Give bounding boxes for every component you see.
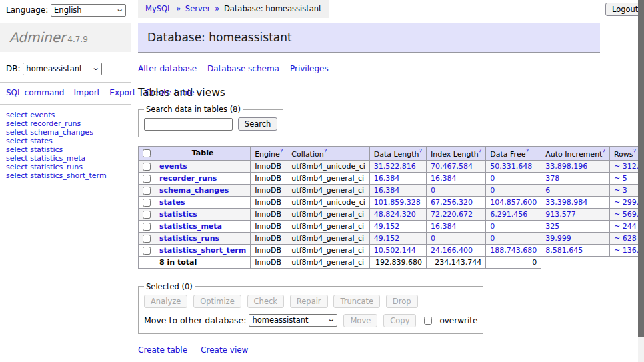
copy-button[interactable]: Copy [383,314,416,327]
scrollbar-thumb[interactable] [638,0,644,337]
row-checkbox[interactable] [143,175,151,183]
collation-help-link[interactable]: ? [324,148,327,155]
analyze-button[interactable]: Analyze [144,295,187,308]
data-free-cell[interactable]: 0 [486,220,541,232]
table-name-link[interactable]: recorder_runs [159,174,217,183]
table-name-link[interactable]: statistics [159,210,197,219]
overwrite-checkbox[interactable] [424,317,432,325]
row-checkbox[interactable] [143,187,151,195]
breadcrumb: MySQL » Server » Database: homeassistant [138,0,329,18]
data-free-cell[interactable]: 0 [486,172,541,184]
index-length-cell[interactable]: 72,220,672 [427,208,486,220]
repair-button[interactable]: Repair [290,295,328,308]
auto-increment-cell[interactable]: 378 [541,172,610,184]
table-name-link[interactable]: statistics_meta [159,222,222,231]
table-name-link[interactable]: statistics_runs [159,234,219,243]
sidebar-item-select-recorder-runs[interactable]: select recorder_runs [6,119,131,128]
row-checkbox[interactable] [143,235,151,243]
breadcrumb-separator: » [176,4,181,13]
data-length-cell[interactable]: 49,152 [369,220,426,232]
row-checkbox[interactable] [143,247,151,255]
row-checkbox[interactable] [143,223,151,231]
data-free-cell[interactable]: 0 [486,232,541,244]
data-free-cell[interactable]: 0 [486,184,541,196]
row-checkbox[interactable] [143,199,151,207]
auto-increment-cell[interactable]: 33,398,984 [541,196,610,208]
sidebar-item-select-statistics-runs[interactable]: select statistics_runs [6,163,131,171]
auto-increment-cell[interactable]: 33,898,196 [541,160,610,172]
data-free-cell[interactable]: 6,291,456 [486,208,541,220]
engine-help-link[interactable]: ? [280,148,283,155]
table-name-link[interactable]: states [159,198,185,207]
row-checkbox[interactable] [143,211,151,219]
row-checkbox[interactable] [143,163,151,171]
data-length-cell[interactable]: 16,384 [369,172,426,184]
database-schema-link[interactable]: Database schema [207,64,279,73]
table-name-link[interactable]: events [159,162,187,171]
data-free-cell[interactable]: 188,743,680 [486,244,541,256]
data-length-cell[interactable]: 16,384 [369,184,426,196]
data-free-cell[interactable]: 104,857,600 [486,196,541,208]
data-free-cell[interactable]: 50,331,648 [486,160,541,172]
index-length-help-link[interactable]: ? [479,148,482,155]
auto-increment-cell[interactable]: 8,581,645 [541,244,610,256]
sidebar-actions: SQL commandImportExportCreate table [0,83,131,104]
data-length-cell[interactable]: 10,502,144 [369,244,426,256]
auto-increment-cell[interactable]: 325 [541,220,610,232]
move-row: Move to other database: homeassistant Mo… [144,314,477,327]
db-select[interactable]: homeassistant [23,63,102,75]
sidebar: Language: English Adminer4.7.9 DB: homea… [0,0,131,362]
check-button[interactable]: Check [247,295,284,308]
index-length-cell[interactable]: 16,384 [427,220,486,232]
create-table-link[interactable]: Create table [138,345,187,355]
search-input[interactable] [144,118,233,131]
optimize-button[interactable]: Optimize [193,295,241,308]
move-label: Move to other database: [144,315,246,325]
privileges-link[interactable]: Privileges [290,64,329,73]
breadcrumb-mysql-link[interactable]: MySQL [145,4,172,13]
sidebar-item-select-statistics[interactable]: select statistics [6,145,131,154]
data-length-cell[interactable]: 49,152 [369,232,426,244]
sidebar-export-link[interactable]: Export [109,88,135,97]
search-button[interactable]: Search [238,117,278,131]
sidebar-import-link[interactable]: Import [73,88,100,97]
index-length-cell[interactable]: 70,467,584 [427,160,486,172]
data-length-cell[interactable]: 48,824,320 [369,208,426,220]
sidebar-item-select-schema-changes[interactable]: select schema_changes [6,128,131,137]
move-button[interactable]: Move [343,314,377,327]
sidebar-sql-command-link[interactable]: SQL command [6,88,64,97]
data-length-cell[interactable]: 31,522,816 [369,160,426,172]
db-row: DB: homeassistant [0,52,131,82]
sidebar-item-select-events[interactable]: select events [6,111,131,119]
truncate-button[interactable]: Truncate [333,295,380,308]
auto-increment-cell[interactable]: 6 [541,184,610,196]
scrollbar[interactable] [638,0,644,362]
auto-increment-cell[interactable]: 913,577 [541,208,610,220]
index-length-cell[interactable]: 67,256,320 [427,196,486,208]
index-length-cell[interactable]: 16,384 [427,172,486,184]
index-length-cell[interactable]: 24,166,400 [427,244,486,256]
alter-database-link[interactable]: Alter database [138,64,197,73]
index-length-cell[interactable]: 0 [427,232,486,244]
auto-increment-help-link[interactable]: ? [602,148,605,155]
selected-legend: Selected (0) [144,282,195,291]
sidebar-item-select-statistics-short-term[interactable]: select statistics_short_term [6,171,131,180]
breadcrumb-server-link[interactable]: Server [185,4,211,13]
table-name-link[interactable]: statistics_short_term [159,246,246,255]
auto-increment-cell[interactable]: 39,999 [541,232,610,244]
create-view-link[interactable]: Create view [201,345,248,355]
table-row: events InnoDB utf8mb4_unicode_ci 31,522,… [139,160,644,172]
sidebar-item-select-statistics-meta[interactable]: select statistics_meta [6,154,131,163]
data-length-cell[interactable]: 101,859,328 [369,196,426,208]
move-db-select[interactable]: homeassistant [249,314,337,327]
index-length-cell[interactable]: 0 [427,184,486,196]
sidebar-item-select-states[interactable]: select states [6,137,131,145]
total-index-length: 234,143,744 [427,256,486,268]
drop-button[interactable]: Drop [386,295,418,308]
table-name-link[interactable]: schema_changes [159,186,229,195]
data-length-help-link[interactable]: ? [419,148,423,155]
data-free-help-link[interactable]: ? [525,148,529,155]
language-select[interactable]: English [51,4,126,17]
select-all-checkbox[interactable] [143,149,151,157]
rows-help-link[interactable]: ? [633,148,637,155]
